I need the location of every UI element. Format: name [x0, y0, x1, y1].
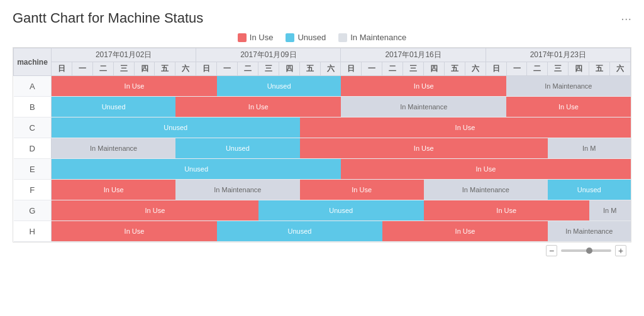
bar-unused: Unused: [548, 180, 631, 200]
chart-title: Gantt Chart for Machine Status: [13, 10, 203, 26]
table-row: CUnusedIn Use: [14, 117, 631, 138]
day-0: 日: [52, 62, 72, 76]
day-7: 日: [196, 62, 217, 76]
legend: In Use Unused In Maintenance: [13, 33, 631, 42]
bar-inuse: In Use: [300, 117, 631, 138]
day-1: 一: [72, 62, 92, 76]
legend-inuse-dot: [238, 33, 247, 42]
day-14: 日: [341, 62, 362, 76]
zoom-slider-thumb[interactable]: [586, 248, 592, 254]
day-5: 五: [155, 62, 175, 76]
table-row: BUnusedIn UseIn MaintenanceIn Use: [14, 97, 631, 117]
bar-unused: Unused: [258, 200, 424, 221]
zoom-bar: − +: [13, 242, 631, 256]
day-21: 日: [486, 62, 506, 76]
bar-inuse: In Use: [52, 221, 217, 241]
day-26: 五: [589, 62, 610, 76]
zoom-in-button[interactable]: +: [615, 245, 626, 256]
legend-inuse-label: In Use: [250, 33, 274, 42]
day-25: 四: [569, 62, 589, 76]
table-row: FIn UseIn MaintenanceIn UseIn Maintenanc…: [14, 180, 631, 200]
gantt-cell-G: In UseUnusedIn UseIn M: [52, 200, 631, 221]
bar-maintenance: In M: [548, 138, 631, 158]
bar-unused: Unused: [175, 138, 299, 158]
day-8: 一: [217, 62, 238, 76]
bar-maintenance: In Maintenance: [424, 180, 548, 200]
gantt-table: machine 2017年01月02日 2017年01月09日 2017年01月…: [13, 48, 631, 242]
bar-inuse: In Use: [52, 180, 175, 200]
chart-header: Gantt Chart for Machine Status ···: [13, 10, 631, 26]
gantt-cell-D: In MaintenanceUnusedIn UseIn M: [52, 138, 631, 159]
bar-inuse: In Use: [300, 138, 548, 158]
machine-cell-E: E: [14, 159, 52, 180]
day-9: 二: [238, 62, 258, 76]
legend-inuse: In Use: [238, 33, 274, 42]
date-col-3: 2017年01月16日: [341, 48, 486, 62]
day-23: 二: [527, 62, 548, 76]
day-header-row: 日 一 二 三 四 五 六 日 一 二 三 四 五 六 日 一 二: [14, 62, 631, 76]
machine-cell-D: D: [14, 138, 52, 159]
zoom-slider[interactable]: [561, 249, 611, 252]
zoom-out-button[interactable]: −: [546, 245, 557, 256]
day-16: 二: [382, 62, 403, 76]
day-22: 一: [506, 62, 527, 76]
legend-unused-label: Unused: [297, 33, 326, 42]
bar-inuse: In Use: [52, 200, 258, 221]
date-col-4: 2017年01月23日: [486, 48, 630, 62]
bar-inuse: In Use: [175, 97, 341, 117]
gantt-cell-C: UnusedIn Use: [52, 117, 631, 138]
bar-maintenance: In M: [589, 200, 631, 221]
machine-cell-G: G: [14, 200, 52, 221]
machine-header: machine: [14, 48, 52, 76]
bar-maintenance: In Maintenance: [52, 138, 175, 158]
day-17: 三: [403, 62, 424, 76]
day-6: 六: [175, 62, 196, 76]
day-19: 五: [444, 62, 465, 76]
legend-unused-dot: [286, 33, 294, 42]
day-18: 四: [424, 62, 445, 76]
bar-maintenance: In Maintenance: [506, 76, 630, 96]
table-row: DIn MaintenanceUnusedIn UseIn M: [14, 138, 631, 159]
bar-inuse: In Use: [300, 180, 424, 200]
legend-maintenance-label: In Maintenance: [350, 33, 406, 42]
gantt-cell-H: In UseUnusedIn UseIn Maintenance: [52, 221, 631, 242]
more-options-icon[interactable]: ···: [621, 11, 631, 26]
bar-inuse: In Use: [341, 159, 630, 179]
day-12: 五: [299, 62, 320, 76]
bar-maintenance: In Maintenance: [341, 97, 506, 117]
day-11: 四: [279, 62, 299, 76]
machine-cell-B: B: [14, 97, 52, 117]
bar-inuse: In Use: [52, 76, 217, 96]
bar-unused: Unused: [52, 117, 300, 138]
bar-inuse: In Use: [382, 221, 548, 241]
bar-maintenance: In Maintenance: [175, 180, 299, 200]
machine-cell-C: C: [14, 117, 52, 138]
bar-maintenance: In Maintenance: [548, 221, 631, 241]
day-20: 六: [465, 62, 486, 76]
machine-cell-H: H: [14, 221, 52, 242]
date-col-2: 2017年01月09日: [196, 48, 341, 62]
machine-cell-A: A: [14, 76, 52, 97]
table-row: EUnusedIn Use: [14, 159, 631, 180]
bar-unused: Unused: [52, 159, 341, 179]
bar-inuse: In Use: [506, 97, 630, 117]
day-10: 三: [258, 62, 279, 76]
day-4: 四: [134, 62, 155, 76]
day-27: 六: [610, 62, 631, 76]
day-3: 三: [113, 62, 134, 76]
bar-unused: Unused: [52, 97, 175, 117]
day-15: 一: [362, 62, 382, 76]
gantt-cell-A: In UseUnusedIn UseIn Maintenance: [52, 76, 631, 97]
gantt-cell-F: In UseIn MaintenanceIn UseIn Maintenance…: [52, 180, 631, 200]
date-header-row: machine 2017年01月02日 2017年01月09日 2017年01月…: [14, 48, 631, 62]
table-row: AIn UseUnusedIn UseIn Maintenance: [14, 76, 631, 97]
day-24: 三: [548, 62, 569, 76]
bar-inuse: In Use: [424, 200, 589, 221]
legend-unused: Unused: [286, 33, 326, 42]
table-row: GIn UseUnusedIn UseIn M: [14, 200, 631, 221]
date-col-1: 2017年01月02日: [52, 48, 196, 62]
chart-container: Gantt Chart for Machine Status ··· In Us…: [0, 0, 644, 316]
gantt-cell-B: UnusedIn UseIn MaintenanceIn Use: [52, 97, 631, 117]
table-row: HIn UseUnusedIn UseIn Maintenance: [14, 221, 631, 242]
bar-unused: Unused: [217, 221, 382, 241]
